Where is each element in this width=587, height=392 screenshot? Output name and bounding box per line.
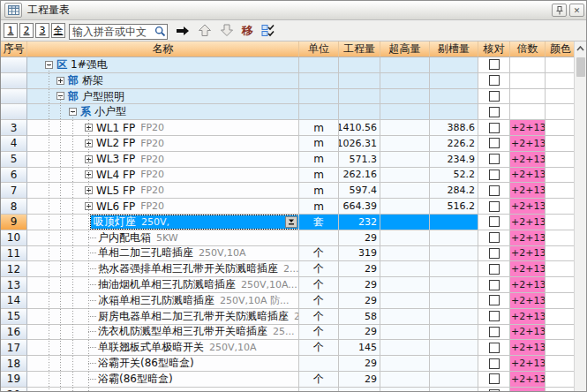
- locate-button[interactable]: [176, 22, 190, 40]
- col-header-qty[interactable]: 工程量: [339, 41, 380, 57]
- color-cell[interactable]: [546, 309, 576, 325]
- table-row[interactable]: 3WL1 FPFP20m1410.56388.6+2+13*2: [1, 120, 576, 136]
- table-row[interactable]: 19浴霸(86型暗盒)个29+2+13*2: [1, 372, 576, 388]
- check-checkbox[interactable]: [489, 138, 500, 148]
- check-checkbox[interactable]: [489, 216, 500, 227]
- name-cell[interactable]: WL4 FPFP20: [27, 168, 299, 184]
- name-cell[interactable]: 厨房电器单相二加三孔带开关防溅暗插座2: [27, 309, 299, 325]
- move-down-button[interactable]: [220, 22, 234, 40]
- scrollbar-thumb[interactable]: [576, 57, 585, 77]
- check-checkbox[interactable]: [489, 373, 500, 384]
- check-checkbox[interactable]: [489, 185, 500, 196]
- color-cell[interactable]: [546, 261, 576, 277]
- color-cell[interactable]: [546, 246, 576, 262]
- move-button[interactable]: 移: [242, 22, 253, 40]
- check-checkbox[interactable]: [489, 170, 500, 180]
- color-cell[interactable]: [546, 325, 576, 341]
- name-cell[interactable]: 吸顶灯座250V,: [27, 215, 299, 230]
- col-header-unit[interactable]: 单位: [299, 41, 339, 57]
- name-cell[interactable]: 单相二加三孔暗插座250V,10A: [27, 246, 299, 262]
- table-row[interactable]: 13抽油烟机单相三孔防溅暗插座250V,10A...个29+2+13*2: [1, 277, 576, 293]
- color-cell[interactable]: [546, 388, 576, 392]
- col-header-mult[interactable]: 倍数: [510, 41, 546, 57]
- check-checkbox[interactable]: [489, 91, 500, 102]
- name-cell[interactable]: 热水器强排单相三孔带开关防溅暗插座2...: [27, 261, 299, 277]
- table-row[interactable]: 20+2+13*2: [1, 388, 576, 392]
- name-cell[interactable]: WL3 FPFP20: [27, 152, 299, 168]
- check-checkbox[interactable]: [489, 201, 500, 212]
- check-checkbox[interactable]: [489, 264, 500, 275]
- color-cell[interactable]: [546, 230, 576, 246]
- name-cell[interactable]: 户内配电箱5KW: [27, 230, 299, 246]
- col-header-name[interactable]: 名称: [27, 41, 299, 57]
- check-checkbox[interactable]: [489, 327, 500, 337]
- level-2-button[interactable]: 2: [19, 23, 34, 38]
- expand-plus-icon[interactable]: [85, 139, 93, 147]
- level-1-button[interactable]: 1: [4, 23, 18, 38]
- col-header-color[interactable]: 颜色: [546, 41, 576, 57]
- expand-plus-icon[interactable]: [85, 170, 93, 178]
- check-checkbox[interactable]: [489, 280, 500, 290]
- color-cell[interactable]: [546, 120, 576, 136]
- name-cell[interactable]: 冰箱单相三孔防溅暗插座250V,10A 防...: [27, 293, 299, 309]
- expand-all-button[interactable]: 全: [51, 23, 65, 38]
- name-cell[interactable]: [27, 388, 299, 392]
- check-checkbox[interactable]: [489, 358, 500, 369]
- collapse-minus-icon[interactable]: [56, 92, 64, 100]
- table-row[interactable]: 11单相二加三孔暗插座250V,10A个319+2+13*2: [1, 246, 576, 262]
- check-checkbox[interactable]: [489, 343, 500, 353]
- color-cell[interactable]: [546, 340, 576, 356]
- name-cell[interactable]: 区1#强电: [27, 57, 299, 73]
- collapse-minus-icon[interactable]: [69, 108, 77, 116]
- check-checkbox[interactable]: [489, 59, 500, 70]
- check-checkbox[interactable]: [489, 311, 500, 321]
- search-input[interactable]: [69, 24, 168, 40]
- table-grid-icon[interactable]: [4, 3, 22, 18]
- color-cell[interactable]: [546, 372, 576, 388]
- color-cell[interactable]: [546, 104, 576, 120]
- color-cell[interactable]: [546, 168, 576, 184]
- name-cell[interactable]: WL5 FPFP20: [27, 183, 299, 199]
- check-checkbox[interactable]: [489, 232, 500, 243]
- color-cell[interactable]: [546, 277, 576, 293]
- table-row[interactable]: 部桥架: [1, 73, 576, 89]
- table-row[interactable]: 18浴霸开关(86型暗盒)29+2+13*2: [1, 356, 576, 372]
- vertical-scrollbar[interactable]: [574, 41, 586, 392]
- col-header-groove[interactable]: 剔槽量: [430, 41, 478, 57]
- table-row[interactable]: 14冰箱单相三孔防溅暗插座250V,10A 防...个29+2+13*2: [1, 293, 576, 309]
- expand-plus-icon[interactable]: [56, 77, 64, 85]
- color-cell[interactable]: [546, 57, 576, 73]
- pin-button[interactable]: [552, 4, 567, 17]
- name-cell[interactable]: WL1 FPFP20: [27, 120, 299, 136]
- table-row[interactable]: 17单联翘板式单极暗开关250V,10A个145+2+13*2: [1, 340, 576, 356]
- color-cell[interactable]: [546, 356, 576, 372]
- check-checkbox[interactable]: [489, 248, 500, 259]
- table-row[interactable]: 部户型照明: [1, 89, 576, 105]
- expand-plus-icon[interactable]: [85, 155, 93, 163]
- color-cell[interactable]: [546, 199, 576, 215]
- name-cell[interactable]: 部桥架: [27, 73, 299, 89]
- collapse-minus-icon[interactable]: [45, 61, 53, 69]
- name-cell[interactable]: 单联翘板式单极暗开关250V,10A: [27, 340, 299, 356]
- color-cell[interactable]: [546, 215, 576, 230]
- check-checkbox[interactable]: [489, 123, 500, 133]
- table-row[interactable]: 6WL4 FPFP20m262.1652.2+2+13*2: [1, 168, 576, 184]
- name-cell[interactable]: WL6 FPFP20: [27, 199, 299, 215]
- check-checkbox[interactable]: [489, 107, 500, 117]
- scrollbar-up-button[interactable]: [575, 41, 586, 56]
- check-checkbox[interactable]: [489, 154, 500, 164]
- level-3-button[interactable]: 3: [35, 23, 49, 38]
- check-checkbox[interactable]: [489, 75, 500, 86]
- table-row[interactable]: 9吸顶灯座250V,套232+2+13*2: [1, 215, 576, 230]
- table-row[interactable]: 7WL5 FPFP20m597.4284.2+2+13*2: [1, 183, 576, 199]
- expand-plus-icon[interactable]: [85, 186, 93, 194]
- name-cell[interactable]: WL2 FPFP20: [27, 136, 299, 152]
- table-row[interactable]: 16洗衣机防溅型单相三孔带开关暗插座25...个29+2+13*2: [1, 325, 576, 341]
- move-up-button[interactable]: [198, 22, 212, 40]
- table-row[interactable]: 12热水器强排单相三孔带开关防溅暗插座2...个29+2+13*2: [1, 261, 576, 277]
- name-cell[interactable]: 洗衣机防溅型单相三孔带开关暗插座25...: [27, 325, 299, 341]
- table-row[interactable]: 区1#强电: [1, 57, 576, 73]
- table-row[interactable]: 10户内配电箱5KW29+2+13*2: [1, 230, 576, 246]
- name-cell[interactable]: 部户型照明: [27, 89, 299, 105]
- col-header-check[interactable]: 核对: [478, 41, 510, 57]
